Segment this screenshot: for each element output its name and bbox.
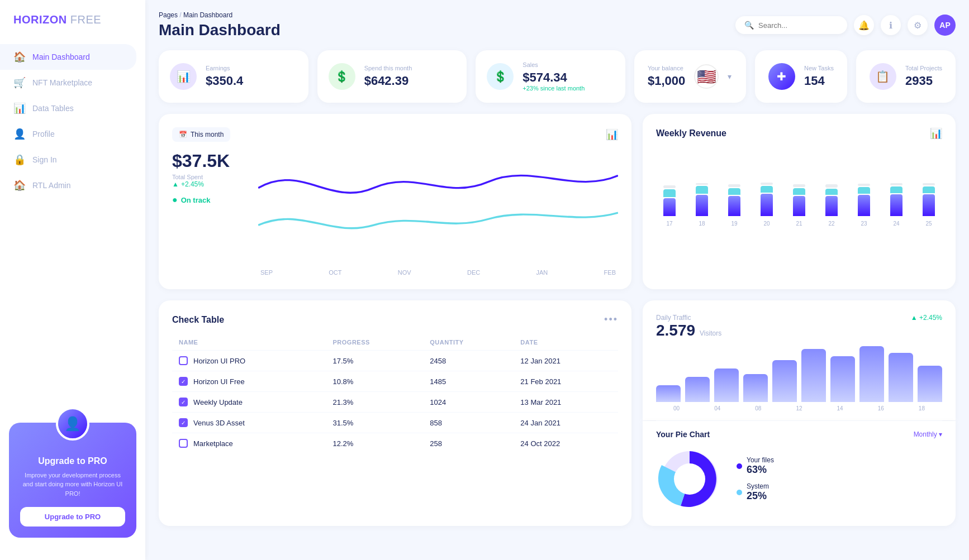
sidebar-item-main-dashboard[interactable]: 🏠Main Dashboard xyxy=(0,44,136,70)
line-chart-area: SEPOCTNOVDECJANFEB xyxy=(258,151,618,276)
traffic-bar-item xyxy=(859,346,884,402)
bar-purple xyxy=(923,194,935,216)
new-tasks-info: New Tasks 154 xyxy=(804,65,834,88)
traffic-x-label: 04 xyxy=(697,405,738,411)
svg-point-1 xyxy=(674,463,705,495)
upgrade-avatar-icon: 👤 xyxy=(56,407,89,441)
info-icon[interactable]: ℹ xyxy=(881,15,901,35)
search-box[interactable]: 🔍 xyxy=(735,16,847,34)
legend-dot xyxy=(737,490,742,495)
bar-label: 24 xyxy=(893,221,899,227)
flag-icon[interactable]: 🇺🇸 xyxy=(694,64,719,89)
search-input[interactable] xyxy=(758,21,838,30)
new-tasks-icon: ✚ xyxy=(768,63,795,90)
table-row: Venus 3D Asset 31.5%85824 Jan 2021 xyxy=(172,413,618,433)
table-col-header: NAME xyxy=(172,334,326,351)
table-col-header: DATE xyxy=(514,334,618,351)
legend-item: System 25% xyxy=(737,482,774,502)
user-avatar[interactable]: AP xyxy=(934,15,956,36)
bar-label: 20 xyxy=(763,221,770,227)
spending-chart-card: 📅 This month 📊 $37.5K Total Spent ▲+2.45… xyxy=(159,114,631,289)
total-projects-value: 2935 xyxy=(905,74,942,88)
spend-card: 💲 Spend this month $642.39 xyxy=(317,50,467,103)
bar-label: 25 xyxy=(925,221,932,227)
nav-label-sign-in: Sign In xyxy=(32,155,57,164)
bar-label: 19 xyxy=(731,221,737,227)
bar-gray xyxy=(825,184,838,188)
table-cell-progress: 12.2% xyxy=(326,433,423,454)
row-checkbox[interactable] xyxy=(179,356,188,365)
line-chart-svg xyxy=(258,151,618,262)
bar-gray xyxy=(923,183,935,185)
row-name: Venus 3D Asset xyxy=(193,419,245,427)
sidebar-item-nft-marketplace[interactable]: 🛒NFT Marketplace xyxy=(0,70,136,95)
table-cell-name: Marketplace xyxy=(172,433,326,454)
row-checkbox[interactable] xyxy=(179,377,188,386)
traffic-header: Daily Traffic 2.579 Visitors ▲ +2.45% xyxy=(656,314,942,339)
table-cell-progress: 21.3% xyxy=(326,392,423,413)
legend-label-group: System 25% xyxy=(747,482,769,502)
new-tasks-card: ✚ New Tasks 154 xyxy=(755,50,847,103)
weekly-revenue-card: Weekly Revenue 📊 17 18 19 20 xyxy=(643,114,956,289)
spending-chart-header: 📅 This month 📊 xyxy=(172,127,618,142)
x-label: DEC xyxy=(467,269,480,276)
flag-dropdown-icon[interactable]: ▾ xyxy=(728,72,732,81)
on-track-status: ● On track xyxy=(172,195,245,205)
table-menu-icon[interactable]: ••• xyxy=(604,314,618,326)
x-label: FEB xyxy=(604,269,616,276)
second-row: 📅 This month 📊 $37.5K Total Spent ▲+2.45… xyxy=(159,114,956,289)
total-projects-icon: 📋 xyxy=(870,63,896,90)
bar-gray xyxy=(890,183,902,185)
chart-body: $37.5K Total Spent ▲+2.45% ● On track xyxy=(172,151,618,276)
pie-period-selector[interactable]: Monthly ▾ xyxy=(914,430,942,438)
month-filter-badge[interactable]: 📅 This month xyxy=(172,127,230,142)
sidebar-item-rtl-admin[interactable]: 🏠RTL Admin xyxy=(0,173,136,198)
table-cell-quantity: 258 xyxy=(423,433,514,454)
traffic-bar-item xyxy=(743,374,768,402)
bar-gray xyxy=(858,184,870,186)
sales-value: $574.34 xyxy=(522,70,614,85)
earnings-value: $350.4 xyxy=(206,74,297,88)
traffic-bar-item xyxy=(801,349,826,402)
earnings-label: Earnings xyxy=(206,65,297,71)
upgrade-button[interactable]: Upgrade to PRO xyxy=(20,507,125,527)
x-label: JAN xyxy=(536,269,548,276)
breadcrumb: Pages / Main Dashboard xyxy=(159,11,281,19)
row-checkbox[interactable] xyxy=(179,398,188,406)
row-name: Horizon UI Free xyxy=(193,377,245,386)
spend-label: Spend this month xyxy=(364,65,456,71)
sidebar-item-sign-in[interactable]: 🔒Sign In xyxy=(0,147,136,173)
traffic-bar-item xyxy=(918,366,942,402)
sidebar-item-data-tables[interactable]: 📊Data Tables xyxy=(0,95,136,121)
row-checkbox[interactable] xyxy=(179,439,188,448)
notification-icon[interactable]: 🔔 xyxy=(854,15,874,35)
header-left: Pages / Main Dashboard Main Dashboard xyxy=(159,11,281,39)
calendar-icon: 📅 xyxy=(179,131,187,138)
earnings-info: Earnings $350.4 xyxy=(206,65,297,88)
traffic-label-group: Daily Traffic 2.579 Visitors xyxy=(656,314,721,339)
legend-label: System xyxy=(747,482,769,490)
row-checkbox[interactable] xyxy=(179,418,188,427)
settings-icon[interactable]: ⚙ xyxy=(908,15,928,35)
bar-stack xyxy=(858,149,870,216)
bar-gray xyxy=(728,184,740,187)
nav-icon-main-dashboard: 🏠 xyxy=(13,51,26,63)
search-icon: 🔍 xyxy=(744,21,754,30)
nav-label-rtl-admin: RTL Admin xyxy=(32,181,70,190)
traffic-x-label: 18 xyxy=(901,405,942,411)
table-cell-name: Horizon UI Free xyxy=(172,371,326,392)
sales-icon: 💲 xyxy=(487,63,514,90)
spend-info: Spend this month $642.39 xyxy=(364,65,456,88)
upgrade-title: Upgrade to PRO xyxy=(20,456,125,466)
sales-label: Sales xyxy=(522,61,614,68)
bar-gray xyxy=(696,183,708,185)
weekly-chart-icon[interactable]: 📊 xyxy=(930,127,942,140)
x-label: SEP xyxy=(260,269,273,276)
legend-item: Your files 63% xyxy=(737,456,774,476)
table-cell-quantity: 2458 xyxy=(423,351,514,371)
sidebar-item-profile[interactable]: 👤Profile xyxy=(0,121,136,147)
bar-label: 17 xyxy=(666,221,672,227)
bar-stack xyxy=(890,149,902,216)
chart-menu-icon[interactable]: 📊 xyxy=(606,128,618,141)
chart-sublabel: Total Spent xyxy=(172,174,245,180)
